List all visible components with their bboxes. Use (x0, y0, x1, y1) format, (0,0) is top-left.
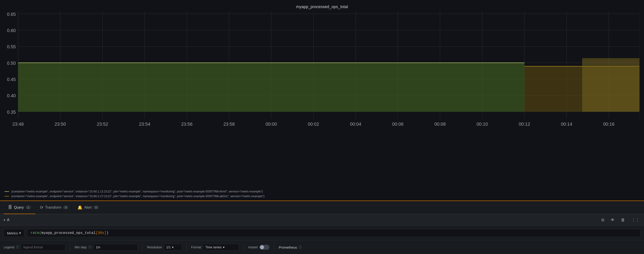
svg-text:0.40: 0.40 (7, 93, 16, 98)
svg-text:0.55: 0.55 (7, 44, 16, 49)
database-icon: 🗄 (8, 205, 12, 210)
tab-query-label: Query (14, 206, 24, 210)
svg-text:0.45: 0.45 (7, 77, 16, 82)
metrics-chevron: ▾ (19, 231, 21, 235)
tab-alert-label: Alert (84, 206, 92, 210)
svg-text:00:10: 00:10 (476, 122, 488, 126)
chart-area: myapp_processed_ops_total 0.65 0.60 0.55… (0, 0, 644, 187)
svg-text:0.65: 0.65 (7, 12, 16, 16)
tab-alert[interactable]: 🔔 Alert 0 (73, 201, 103, 214)
datasource-group: Prometheus ⓘ (279, 245, 302, 249)
tab-query[interactable]: 🗄 Query 1 (4, 201, 36, 214)
resolution-chevron: ▾ (172, 246, 174, 249)
format-value: Time series (205, 246, 222, 249)
svg-text:23:56: 23:56 (181, 122, 192, 126)
metrics-button[interactable]: Metrics ▾ (4, 229, 24, 237)
svg-text:00:16: 00:16 (603, 122, 614, 126)
tab-alert-badge: 0 (94, 206, 98, 209)
legend-area: {container="metric-example", endpoint="s… (0, 187, 644, 200)
instant-label: Instant (248, 246, 258, 249)
svg-text:0.50: 0.50 (7, 60, 16, 66)
sep-4 (244, 243, 244, 252)
svg-text:00:06: 00:06 (392, 122, 404, 126)
svg-text:23:54: 23:54 (139, 122, 150, 126)
min-step-label: Min step (75, 246, 87, 249)
instant-toggle[interactable] (260, 245, 270, 250)
legend-option-group: Legend ⓘ (4, 244, 66, 250)
toggle-knob (260, 245, 264, 249)
visibility-button[interactable]: 👁 (610, 217, 616, 223)
options-row: Legend ⓘ Min step ⓘ Resolution 1/1 ▾ (0, 240, 644, 254)
legend-item: {container="metric-example", endpoint="s… (4, 190, 640, 193)
svg-text:0.35: 0.35 (7, 110, 16, 114)
copy-button[interactable]: ⧉ (600, 217, 605, 223)
collapse-icon[interactable]: ▾ (4, 218, 5, 222)
legend-line-2 (4, 196, 9, 196)
tab-transform[interactable]: ⟳ Transform 0 (36, 201, 73, 214)
svg-text:23:52: 23:52 (97, 122, 108, 126)
resolution-group: Resolution 1/1 ▾ (147, 244, 182, 250)
query-label: ▾ A (4, 218, 10, 222)
drag-handle[interactable]: ⋮⋮ (630, 216, 640, 223)
query-bracket: [30s] (96, 231, 106, 235)
prometheus-info-icon[interactable]: ⓘ (299, 245, 302, 249)
min-step-group: Min step ⓘ (75, 244, 138, 250)
alert-icon: 🔔 (78, 205, 82, 210)
legend-item-2: {container="metric-example", endpoint="s… (4, 194, 640, 198)
query-metric: myapp_processed_ops_total (41, 231, 96, 235)
query-end: ) (106, 231, 108, 235)
svg-text:23:48: 23:48 (12, 122, 24, 126)
instant-group: Instant (248, 245, 270, 250)
format-label: Format (191, 246, 201, 249)
format-select[interactable]: Time series ▾ (203, 244, 239, 250)
main-container: myapp_processed_ops_total 0.65 0.60 0.55… (0, 0, 644, 254)
legend-text-1: {container="metric-example", endpoint="s… (11, 190, 263, 193)
legend-input[interactable] (21, 244, 66, 250)
resolution-select[interactable]: 1/1 ▾ (164, 244, 182, 250)
chart-title: myapp_processed_ops_total (4, 4, 640, 9)
query-section-label: A (7, 218, 10, 222)
query-input-field[interactable]: rate(myapp_processed_ops_total[30s]) (27, 229, 640, 237)
legend-info-icon[interactable]: ⓘ (16, 245, 19, 249)
svg-text:0.60: 0.60 (7, 28, 16, 33)
prometheus-label: Prometheus (279, 246, 297, 249)
tab-transform-label: Transform (45, 206, 62, 210)
legend-label: Legend (4, 246, 14, 249)
format-chevron: ▾ (223, 246, 224, 249)
svg-text:00:12: 00:12 (519, 122, 530, 126)
transform-icon: ⟳ (40, 205, 43, 210)
svg-text:23:58: 23:58 (224, 122, 235, 126)
svg-marker-49 (582, 58, 640, 112)
resolution-value: 1/1 (166, 246, 170, 249)
query-section: ▾ A ⧉ 👁 🗑 ⋮⋮ Metrics ▾ rate(myapp_proces… (0, 214, 644, 254)
resolution-label: Resolution (147, 246, 162, 249)
svg-marker-45 (18, 63, 524, 112)
query-func: rate( (30, 231, 41, 235)
min-step-input[interactable] (94, 244, 138, 250)
delete-button[interactable]: 🗑 (620, 217, 626, 223)
sep-5 (274, 243, 274, 252)
metrics-label: Metrics (7, 231, 18, 235)
query-header: ▾ A ⧉ 👁 🗑 ⋮⋮ (0, 214, 644, 226)
legend-line-1 (4, 191, 9, 192)
legend-text-2: {container="metric-example", endpoint="s… (11, 194, 264, 198)
svg-text:00:14: 00:14 (561, 122, 572, 126)
query-input-row: Metrics ▾ rate(myapp_processed_ops_total… (0, 226, 644, 240)
chart-svg: 0.65 0.60 0.55 0.50 0.45 0.40 0.35 (4, 12, 640, 151)
format-group: Format Time series ▾ (191, 244, 239, 250)
query-actions: ⧉ 👁 🗑 ⋮⋮ (600, 216, 640, 223)
min-step-info-icon[interactable]: ⓘ (88, 245, 92, 249)
tab-bar: 🗄 Query 1 ⟳ Transform 0 🔔 Alert 0 (0, 200, 644, 214)
sep-1 (70, 243, 70, 252)
chart-wrapper: 0.65 0.60 0.55 0.50 0.45 0.40 0.35 (4, 12, 640, 151)
svg-text:00:00: 00:00 (266, 122, 277, 126)
svg-text:00:02: 00:02 (308, 122, 319, 126)
svg-text:00:04: 00:04 (350, 122, 361, 126)
tab-transform-badge: 0 (63, 206, 68, 209)
svg-text:23:50: 23:50 (54, 122, 66, 126)
tab-query-badge: 1 (26, 206, 31, 209)
svg-text:00:08: 00:08 (434, 122, 446, 126)
